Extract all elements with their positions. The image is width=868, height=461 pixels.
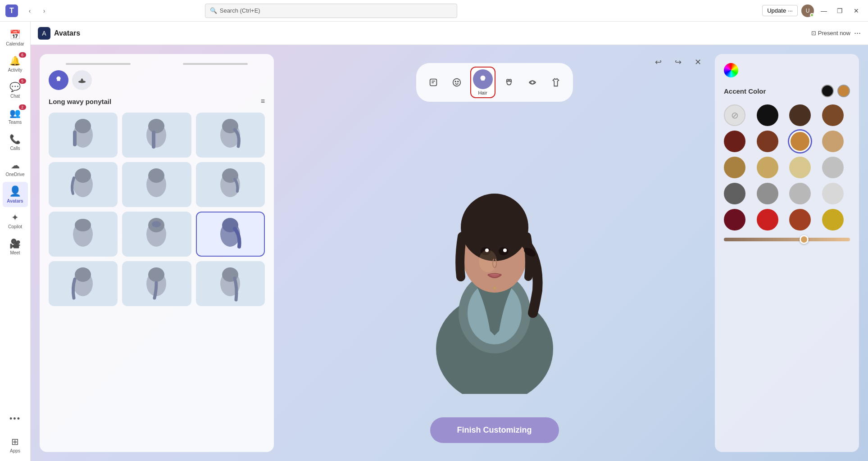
color-swatch-gold-highlight[interactable] bbox=[822, 209, 844, 230]
close-editor-button[interactable]: ✕ bbox=[690, 54, 706, 70]
panel-tab-hat[interactable] bbox=[72, 70, 92, 90]
panel-header: Long wavy ponytail ≡ bbox=[49, 97, 265, 105]
sidebar-item-chat[interactable]: 💬 5 Chat bbox=[3, 77, 28, 103]
copilot-icon: ✦ bbox=[11, 212, 19, 223]
color-swatch-dark-grey[interactable] bbox=[724, 183, 745, 204]
teams-icon: 👥 bbox=[9, 108, 21, 118]
category-toolbar: Hair bbox=[416, 63, 573, 102]
svg-point-24 bbox=[75, 267, 91, 282]
color-swatch-black[interactable] bbox=[757, 104, 778, 126]
finish-customizing-button[interactable]: Finish Customizing bbox=[430, 417, 559, 443]
avatar-3d-view bbox=[274, 102, 715, 461]
color-swatch-none[interactable]: ⊘ bbox=[724, 104, 745, 126]
panel-tab-hair[interactable] bbox=[49, 70, 68, 90]
teams-logo-icon: T bbox=[5, 5, 18, 17]
color-intensity-slider-track[interactable] bbox=[724, 238, 850, 241]
color-swatch-auburn[interactable] bbox=[789, 209, 811, 230]
undo-button[interactable]: ↩ bbox=[650, 54, 666, 70]
sidebar-label-avatars: Avatars bbox=[7, 199, 23, 203]
color-swatch-light-brown[interactable] bbox=[822, 131, 844, 152]
present-now-button[interactable]: ⊡ Present now bbox=[811, 30, 850, 36]
forward-button[interactable]: › bbox=[38, 5, 50, 17]
sidebar-label-copilot: Copilot bbox=[8, 224, 22, 229]
color-grid: ⊘ bbox=[724, 104, 850, 230]
color-swatch-warm-brown[interactable] bbox=[822, 104, 844, 126]
more-icon: ••• bbox=[9, 414, 21, 424]
hair-item-9[interactable] bbox=[196, 212, 265, 257]
svg-point-51 bbox=[479, 250, 497, 272]
hair-item-6[interactable] bbox=[196, 162, 265, 207]
sidebar-item-copilot[interactable]: ✦ Copilot bbox=[3, 208, 28, 233]
calls-icon: 📞 bbox=[9, 134, 21, 145]
sidebar-item-onedrive[interactable]: ☁ OneDrive bbox=[3, 156, 28, 181]
sidebar-item-avatars[interactable]: 👤 Avatars bbox=[3, 182, 28, 207]
hair-item-12[interactable] bbox=[196, 261, 265, 306]
color-swatch-medium-brown[interactable] bbox=[757, 131, 778, 152]
selected-color-1[interactable] bbox=[821, 85, 834, 97]
accent-color-title: Accent Color bbox=[724, 87, 766, 95]
hair-item-3[interactable] bbox=[196, 113, 265, 158]
close-button[interactable]: ✕ bbox=[850, 5, 863, 17]
color-swatch-golden[interactable] bbox=[724, 157, 745, 178]
sidebar-label-activity: Activity bbox=[8, 68, 23, 72]
avatars-icon: 👤 bbox=[9, 185, 21, 197]
user-avatar[interactable]: U bbox=[801, 5, 814, 17]
search-bar[interactable]: 🔍 Search (Ctrl+E) bbox=[205, 4, 457, 18]
hair-item-1[interactable] bbox=[49, 113, 118, 158]
app-icon-char: A bbox=[42, 30, 46, 37]
selected-color-2[interactable] bbox=[837, 85, 850, 97]
sidebar-item-teams[interactable]: 👥 2 Teams bbox=[3, 104, 28, 129]
color-swatch-medium-grey[interactable] bbox=[757, 183, 778, 204]
category-reactions-button[interactable] bbox=[423, 72, 443, 92]
color-swatch-dark-red-brown[interactable] bbox=[724, 131, 745, 152]
center-area: Hair bbox=[274, 45, 715, 461]
color-swatch-white-grey[interactable] bbox=[822, 183, 844, 204]
hair-item-5[interactable] bbox=[122, 162, 191, 207]
svg-point-50 bbox=[493, 287, 496, 289]
category-body-button[interactable] bbox=[499, 72, 519, 92]
category-accessories-button[interactable] bbox=[523, 72, 542, 92]
category-face-button[interactable] bbox=[447, 72, 467, 92]
color-swatch-light-grey[interactable] bbox=[789, 183, 811, 204]
sidebar-item-more[interactable]: ••• bbox=[3, 406, 28, 431]
right-panel-color: Accent Color ⊘ bbox=[715, 54, 859, 452]
back-button[interactable]: ‹ bbox=[23, 5, 36, 17]
filter-icon[interactable]: ≡ bbox=[261, 97, 265, 105]
color-intensity-slider-container bbox=[724, 238, 850, 241]
color-swatch-dark-brown[interactable] bbox=[789, 104, 811, 126]
sidebar-label-meet: Meet bbox=[10, 250, 20, 255]
teams-badge: 2 bbox=[19, 104, 26, 110]
category-hair-button[interactable] bbox=[473, 69, 493, 89]
hair-item-10[interactable] bbox=[49, 261, 118, 306]
color-swatch-bright-red[interactable] bbox=[757, 209, 778, 230]
color-swatch-silver[interactable] bbox=[822, 157, 844, 178]
category-hair-wrapper: Hair bbox=[470, 67, 495, 98]
svg-point-11 bbox=[75, 168, 91, 183]
sidebar-item-apps[interactable]: ⊞ Apps bbox=[3, 432, 28, 457]
color-swatch-caramel[interactable] bbox=[789, 131, 811, 152]
color-intensity-slider-thumb[interactable] bbox=[800, 235, 809, 244]
color-swatch-sandy[interactable] bbox=[757, 157, 778, 178]
color-swatch-dark-red[interactable] bbox=[724, 209, 745, 230]
redo-button[interactable]: ↪ bbox=[670, 54, 686, 70]
onedrive-icon: ☁ bbox=[11, 160, 20, 171]
sidebar-item-calls[interactable]: 📞 Calls bbox=[3, 130, 28, 155]
maximize-button[interactable]: ❐ bbox=[834, 5, 846, 17]
hair-item-7[interactable] bbox=[49, 212, 118, 257]
nav-buttons: ‹ › bbox=[23, 5, 50, 17]
sidebar-item-meet[interactable]: 🎥 Meet bbox=[3, 234, 28, 259]
sidebar-item-calendar[interactable]: 📅 Calendar bbox=[3, 25, 28, 50]
category-outfit-button[interactable] bbox=[546, 72, 566, 92]
minimize-button[interactable]: — bbox=[818, 5, 830, 17]
color-swatch-light-blonde[interactable] bbox=[789, 157, 811, 178]
hair-item-2[interactable] bbox=[122, 113, 191, 158]
hair-item-4[interactable] bbox=[49, 162, 118, 207]
chat-badge: 5 bbox=[19, 78, 26, 84]
update-button[interactable]: Update ··· bbox=[762, 5, 798, 16]
sidebar-item-activity[interactable]: 🔔 6 Activity bbox=[3, 51, 28, 77]
svg-point-3 bbox=[75, 119, 91, 133]
hair-item-8[interactable] bbox=[122, 212, 191, 257]
color-palette-icon bbox=[724, 63, 738, 77]
header-more-button[interactable]: ··· bbox=[854, 28, 861, 38]
hair-item-11[interactable] bbox=[122, 261, 191, 306]
